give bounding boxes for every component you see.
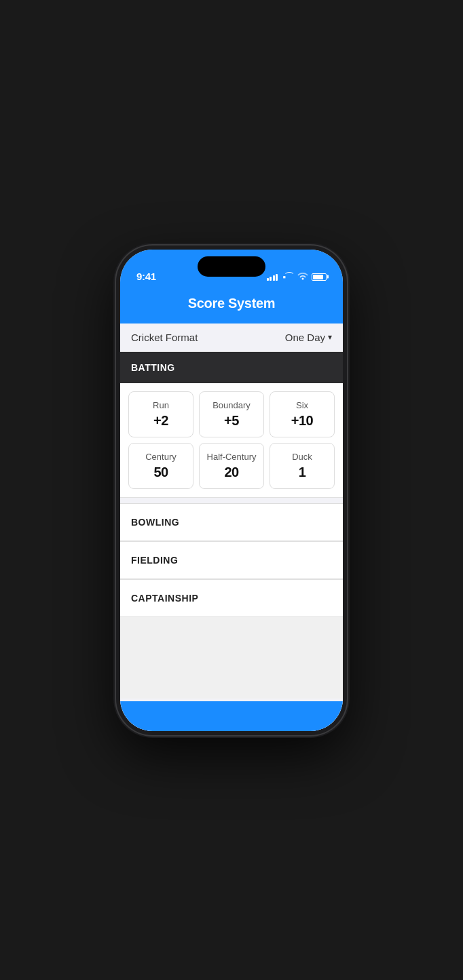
score-card-boundary-label: Boundary bbox=[205, 400, 258, 410]
dynamic-island bbox=[198, 256, 265, 277]
score-card-century-label: Century bbox=[134, 452, 187, 462]
score-card-duck[interactable]: Duck 1 bbox=[270, 443, 335, 489]
app-title: Score System bbox=[188, 296, 276, 311]
app-header: Score System bbox=[120, 288, 343, 324]
bowling-section-title: BOWLING bbox=[131, 517, 179, 528]
score-card-half-century-label: Half-Century bbox=[205, 452, 258, 462]
signal-bars-icon bbox=[267, 273, 278, 281]
format-label: Cricket Format bbox=[131, 332, 198, 343]
score-card-run-label: Run bbox=[134, 400, 187, 410]
status-time: 9:41 bbox=[136, 271, 156, 282]
format-value-text: One Day bbox=[285, 332, 325, 343]
format-value-container[interactable]: One Day ▾ bbox=[285, 332, 332, 343]
score-card-century-value: 50 bbox=[134, 465, 187, 480]
bowling-section[interactable]: BOWLING bbox=[120, 503, 343, 541]
bottom-bar bbox=[120, 701, 343, 731]
batting-section-title: BATTING bbox=[131, 362, 175, 373]
score-card-boundary[interactable]: Boundary +5 bbox=[199, 391, 264, 437]
score-card-half-century[interactable]: Half-Century 20 bbox=[199, 443, 264, 489]
score-card-boundary-value: +5 bbox=[205, 413, 258, 429]
wifi-icon: ▪⁀ bbox=[282, 272, 293, 282]
status-icons: ▪⁀ bbox=[267, 272, 327, 282]
score-card-century[interactable]: Century 50 bbox=[128, 443, 193, 489]
battery-icon bbox=[312, 273, 327, 281]
chevron-down-icon: ▾ bbox=[328, 332, 332, 342]
score-card-run[interactable]: Run +2 bbox=[128, 391, 193, 437]
batting-section: BATTING Run +2 Boundary +5 Six bbox=[120, 351, 343, 498]
score-card-half-century-value: 20 bbox=[205, 465, 258, 480]
score-card-run-value: +2 bbox=[134, 413, 187, 429]
status-bar: 9:41 ▪⁀ bbox=[120, 250, 343, 288]
wifi-icon bbox=[297, 273, 308, 281]
score-card-six[interactable]: Six +10 bbox=[270, 391, 335, 437]
score-card-duck-value: 1 bbox=[276, 465, 329, 480]
fielding-section-title: FIELDING bbox=[131, 555, 178, 566]
score-card-six-label: Six bbox=[276, 400, 329, 410]
score-card-six-value: +10 bbox=[276, 413, 329, 429]
captainship-section[interactable]: CAPTAINSHIP bbox=[120, 579, 343, 617]
format-selector-row[interactable]: Cricket Format One Day ▾ bbox=[120, 324, 343, 351]
score-card-duck-label: Duck bbox=[276, 452, 329, 462]
fielding-section[interactable]: FIELDING bbox=[120, 541, 343, 579]
batting-section-header: BATTING bbox=[120, 352, 343, 383]
batting-score-grid: Run +2 Boundary +5 Six +10 bbox=[120, 383, 343, 497]
empty-space bbox=[120, 617, 343, 699]
captainship-section-title: CAPTAINSHIP bbox=[131, 593, 198, 604]
